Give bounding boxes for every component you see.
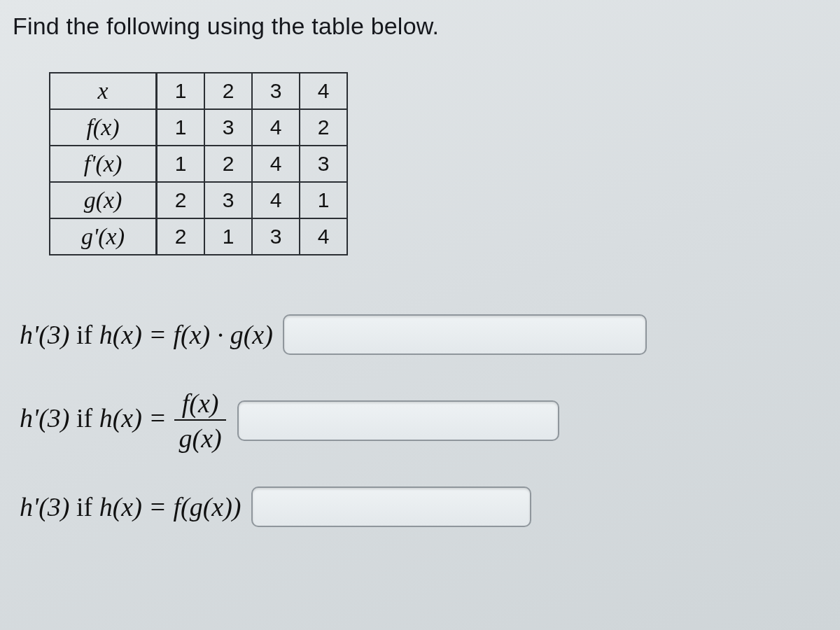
cell: 2	[204, 146, 252, 182]
instruction-text: Find the following using the table below…	[13, 13, 833, 40]
cell: 2	[157, 182, 205, 218]
worksheet-page: Find the following using the table below…	[0, 0, 840, 630]
cell: 2	[300, 109, 347, 146]
table-row: x 1 2 3 4	[50, 73, 347, 109]
question-label: h'(3) if h(x) = f(g(x))	[20, 491, 241, 522]
function-values-table: x 1 2 3 4 f(x) 1 3 4 2 f'(x) 1 2 4 3 g	[49, 72, 348, 255]
cell: 2	[157, 218, 205, 255]
table-row: f(x) 1 3 4 2	[50, 109, 347, 146]
answer-input-product[interactable]	[283, 314, 647, 355]
answer-input-quotient[interactable]	[237, 400, 559, 441]
row-label-gprime: g'(x)	[50, 218, 157, 255]
answer-input-chain[interactable]	[251, 486, 531, 527]
question-chain-rule: h'(3) if h(x) = f(g(x))	[20, 486, 833, 527]
row-label-f: f(x)	[50, 109, 157, 146]
cell: 1	[204, 218, 252, 255]
cell: 4	[252, 146, 300, 182]
question-label: h'(3) if h(x) = f(x) · g(x)	[20, 319, 273, 350]
cell: 3	[300, 146, 347, 182]
cell: 3	[204, 182, 252, 218]
table-row: g(x) 2 3 4 1	[50, 182, 347, 218]
cell: 1	[300, 182, 347, 218]
cell: 4	[252, 109, 300, 146]
cell: 4	[252, 182, 300, 218]
cell: 1	[157, 146, 205, 182]
cell: 2	[204, 73, 252, 109]
question-label: h'(3) if h(x) = f(x)g(x)	[20, 390, 227, 451]
question-quotient-rule: h'(3) if h(x) = f(x)g(x)	[20, 390, 833, 451]
cell: 1	[157, 73, 205, 109]
question-product-rule: h'(3) if h(x) = f(x) · g(x)	[20, 314, 833, 355]
row-label-x: x	[50, 73, 157, 109]
cell: 3	[204, 109, 252, 146]
table-row: g'(x) 2 1 3 4	[50, 218, 347, 255]
cell: 3	[252, 218, 300, 255]
table-row: f'(x) 1 2 4 3	[50, 146, 347, 182]
row-label-g: g(x)	[50, 182, 157, 218]
questions-block: h'(3) if h(x) = f(x) · g(x) h'(3) if h(x…	[13, 314, 833, 527]
row-label-fprime: f'(x)	[50, 146, 157, 182]
cell: 1	[157, 109, 205, 146]
fraction: f(x)g(x)	[174, 390, 225, 451]
cell: 4	[300, 73, 347, 109]
cell: 4	[300, 218, 347, 255]
cell: 3	[252, 73, 300, 109]
